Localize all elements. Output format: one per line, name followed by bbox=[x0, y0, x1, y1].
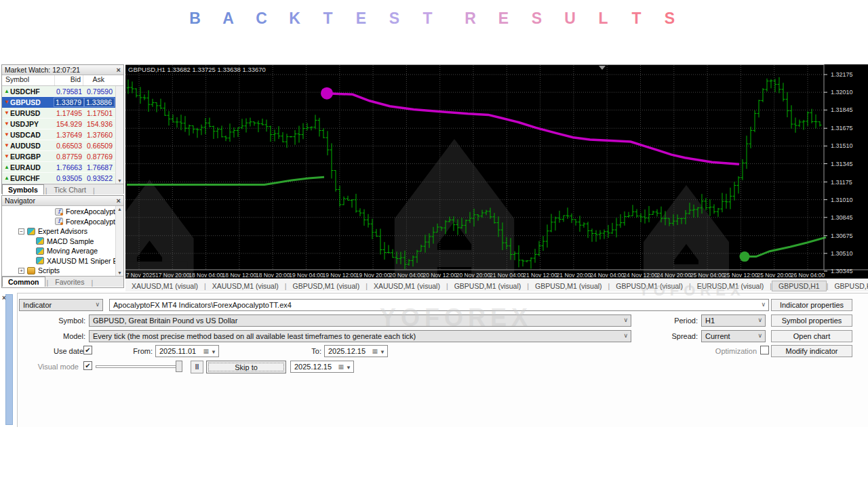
market-watch-row[interactable]: ▼AUDUSD0.665030.66509 bbox=[2, 140, 123, 151]
to-date-picker[interactable]: 2025.12.15 ▦ ▼ bbox=[324, 345, 388, 357]
navigator-item-expert-advisors[interactable]: −Expert Advisors bbox=[2, 226, 123, 237]
navigator-item-xauusd-m1-sniper-ea-v[interactable]: XAUUSD M1 Sniper EA V bbox=[2, 256, 123, 266]
chevron-down-icon: ∨ bbox=[761, 301, 766, 308]
symbol-combo[interactable]: GBPUSD, Great Britain Pound vs US Dollar… bbox=[89, 314, 631, 327]
time-axis-label: 25 Nov 04:00 bbox=[690, 272, 725, 279]
skip-to-date-picker[interactable]: 2025.12.15 ▦ ▼ bbox=[290, 361, 354, 373]
modify-indicator-button[interactable]: Modify indicator bbox=[771, 345, 852, 357]
chart-tab[interactable]: XAUUSD,M1 (visual) bbox=[125, 282, 204, 290]
chart-tab[interactable]: XAUUSD,M1 (visual) bbox=[368, 282, 446, 290]
scrollbar[interactable]: ▲▼ bbox=[115, 206, 123, 276]
down-arrow-icon: ▼ bbox=[2, 121, 10, 127]
navigator-item-moving-average[interactable]: Moving Average bbox=[2, 246, 123, 256]
spread-combo[interactable]: Current ∨ bbox=[701, 330, 766, 342]
title-letter: L bbox=[587, 9, 620, 28]
close-icon[interactable]: × bbox=[117, 66, 121, 74]
scroll-down-icon[interactable]: ▼ bbox=[117, 178, 122, 183]
chart-window[interactable]: GBPUSD,H1 1.33682 1.33725 1.33638 1.3367… bbox=[125, 64, 868, 279]
visual-speed-slider[interactable] bbox=[96, 365, 182, 368]
column-ask[interactable]: Ask bbox=[83, 75, 106, 85]
navigator-title: Navigator bbox=[5, 197, 117, 205]
title-letter: T bbox=[311, 9, 344, 28]
market-watch-row[interactable]: ▲EURAUD1.766631.76687 bbox=[2, 162, 123, 173]
scripts-icon bbox=[27, 267, 35, 274]
scroll-down-icon[interactable]: ▼ bbox=[117, 270, 122, 275]
bid-cell: 1.33879 bbox=[54, 98, 84, 107]
spread-label: Spread: bbox=[657, 332, 698, 340]
down-arrow-icon: ▼ bbox=[2, 153, 10, 159]
time-axis-label: 18 Nov 20:00 bbox=[256, 272, 290, 279]
optimization-label: Optimization bbox=[706, 347, 757, 355]
tab-separator: | bbox=[92, 186, 96, 195]
tester-type-value: Indicator bbox=[23, 301, 52, 309]
chart-tab[interactable]: GBPUSD,M1 (visual) bbox=[448, 282, 528, 290]
navigator-item-label: Scripts bbox=[38, 266, 60, 274]
optimization-checkbox[interactable] bbox=[760, 346, 769, 354]
chart-tab[interactable]: GBPUSD,M1 (visual) bbox=[610, 282, 689, 290]
tab-favorites[interactable]: Favorites bbox=[50, 277, 90, 287]
navigator-item-forexapocalyptott[interactable]: fForexApocalyptoTT bbox=[2, 217, 123, 227]
ea-icon bbox=[36, 247, 44, 255]
use-date-checkbox[interactable]: ✔ bbox=[83, 346, 92, 354]
market-watch-row[interactable]: ▼EURGBP0.877590.87769 bbox=[2, 151, 123, 162]
chevron-down-icon: ∨ bbox=[623, 317, 628, 323]
market-watch-row[interactable]: ▼GBPUSD1.338791.33886 bbox=[2, 97, 123, 108]
tester-type-select[interactable]: Indicator ∨ bbox=[19, 299, 103, 311]
tab-tick-chart[interactable]: Tick Chart bbox=[49, 184, 92, 195]
pause-button[interactable]: II bbox=[191, 361, 203, 373]
from-date-picker[interactable]: 2025.11.01 ▦ ▼ bbox=[155, 345, 219, 357]
down-arrow-icon: ▼ bbox=[2, 131, 10, 138]
symbol-cell: USDJPY bbox=[10, 120, 54, 128]
symbol-cell: USDCAD bbox=[10, 131, 54, 139]
symbol-cell: AUDUSD bbox=[10, 142, 54, 150]
market-watch-row[interactable]: ▲USDCHF0.795810.79590 bbox=[2, 86, 123, 97]
time-axis-label: 21 Nov 20:00 bbox=[557, 272, 591, 279]
time-axis-label: 21 Nov 12:00 bbox=[523, 272, 557, 279]
column-bid[interactable]: Bid bbox=[55, 75, 83, 85]
market-watch-row[interactable]: ▲EURCHF0.935050.93522 bbox=[2, 173, 123, 184]
tab-separator: | bbox=[44, 186, 49, 195]
model-combo[interactable]: Every tick (the most precise method base… bbox=[89, 330, 631, 342]
chart-tab[interactable]: XAUUSD,M1 (visual) bbox=[206, 282, 285, 290]
title-letter: S bbox=[520, 9, 553, 28]
market-watch-row[interactable]: ▼USDJPY154.929154.936 bbox=[2, 119, 123, 129]
market-watch-row[interactable]: ▼USDCAD1.376491.37660 bbox=[2, 129, 123, 140]
bid-cell: 1.17495 bbox=[54, 109, 84, 117]
price-axis-label: 1.30845 bbox=[831, 214, 853, 221]
chart-tab[interactable]: GBPUSD,M1 (visual) bbox=[287, 282, 366, 290]
mt4-backtest-page: BACKTESTRESULTS Market Watch: 12:07:21 ×… bbox=[0, 0, 868, 488]
scrollbar[interactable]: ▲▼ bbox=[115, 86, 123, 184]
period-combo[interactable]: H1 ∨ bbox=[701, 314, 766, 327]
navigator-item-label: XAUUSD M1 Sniper EA V bbox=[47, 257, 123, 265]
chart-tab[interactable]: GBPUSD,H1 (visual) bbox=[828, 282, 868, 290]
expert-path-combo[interactable]: ApocalyptoFX MT4 Indicators\ForexApocaly… bbox=[109, 299, 769, 311]
up-arrow-icon: ▲ bbox=[2, 175, 10, 181]
navigator-item-scripts[interactable]: +Scripts bbox=[2, 266, 123, 276]
visual-mode-checkbox[interactable]: ✔ bbox=[83, 361, 92, 370]
symbol-properties-button[interactable]: Symbol properties bbox=[771, 314, 852, 327]
navigator-item-forexapocalyptotre[interactable]: fForexApocalyptoTre bbox=[2, 207, 123, 217]
close-icon[interactable]: × bbox=[117, 197, 121, 205]
slider-thumb[interactable] bbox=[176, 361, 182, 372]
scroll-up-icon[interactable]: ▲ bbox=[117, 207, 122, 211]
symbol-value: GBPUSD, Great Britain Pound vs US Dollar bbox=[93, 317, 237, 325]
chart-tab[interactable]: GBPUSD,H1 bbox=[772, 281, 827, 291]
navigator-item-macd-sample[interactable]: MACD Sample bbox=[2, 237, 123, 247]
skip-to-button[interactable]: Skip to bbox=[206, 361, 286, 373]
chart-tab[interactable]: GBPUSD,M1 (visual) bbox=[529, 282, 608, 290]
market-watch-title: Market Watch: 12:07:21 bbox=[5, 66, 117, 74]
column-symbol[interactable]: Symbol bbox=[2, 75, 55, 85]
market-watch-row[interactable]: ▼EURUSD1.174951.17501 bbox=[2, 108, 123, 119]
to-date-value: 2025.12.15 bbox=[328, 347, 366, 355]
tab-common[interactable]: Common bbox=[2, 277, 45, 287]
indicator-properties-button[interactable]: Indicator properties bbox=[771, 299, 852, 311]
down-arrow-icon: ▼ bbox=[2, 110, 10, 116]
price-axis-label: 1.31845 bbox=[831, 106, 853, 113]
tree-expander-icon[interactable]: + bbox=[18, 268, 24, 274]
chart-tab[interactable]: EURUSD,M1 (visual) bbox=[691, 282, 770, 290]
tree-expander-icon[interactable]: − bbox=[18, 228, 24, 235]
up-arrow-icon: ▲ bbox=[2, 88, 10, 94]
calendar-icon: ▦ bbox=[338, 363, 344, 370]
open-chart-button[interactable]: Open chart bbox=[771, 330, 852, 342]
tab-symbols[interactable]: Symbols bbox=[2, 184, 44, 195]
